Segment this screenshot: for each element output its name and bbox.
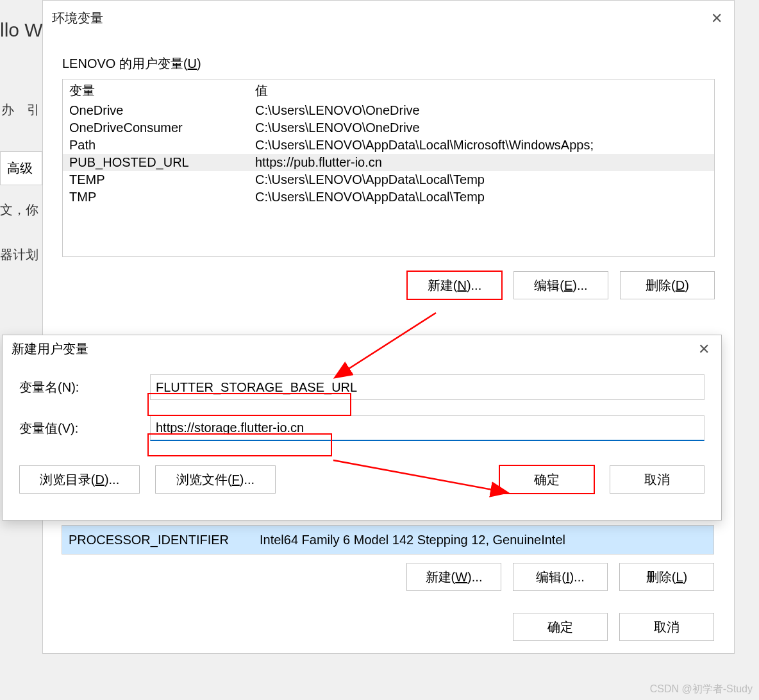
user-var-value: C:\Users\LENOVO\OneDrive: [249, 102, 714, 119]
bg-text: 引: [27, 101, 40, 119]
bg-tab: 高级: [0, 151, 42, 185]
system-var-row-selected[interactable]: PROCESSOR_IDENTIFIER Intel64 Family 6 Mo…: [62, 525, 714, 554]
user-var-name: TEMP: [63, 171, 249, 188]
delete-user-var-button[interactable]: 删除(D): [620, 271, 715, 299]
bg-text: 办: [1, 101, 14, 119]
user-vars-section-label: LENOVO 的用户变量(U): [43, 32, 734, 79]
user-var-row[interactable]: PUB_HOSTED_URLhttps://pub.flutter-io.cn: [63, 154, 714, 171]
dialog-title: 环境变量: [52, 10, 103, 27]
system-var-value: Intel64 Family 6 Model 142 Stepping 12, …: [256, 533, 713, 547]
user-var-value: C:\Users\LENOVO\OneDrive: [249, 119, 714, 137]
var-value-input[interactable]: [150, 415, 705, 441]
browse-file-button[interactable]: 浏览文件(F)...: [155, 465, 276, 494]
bg-text: llo W: [0, 19, 43, 41]
user-var-row[interactable]: TEMPC:\Users\LENOVO\AppData\Local\Temp: [63, 171, 714, 188]
list-header-value[interactable]: 值: [249, 79, 714, 102]
delete-system-var-button[interactable]: 删除(L): [619, 563, 714, 591]
browse-dir-button[interactable]: 浏览目录(D)...: [19, 465, 140, 494]
user-vars-listview[interactable]: 变量 值 OneDriveC:\Users\LENOVO\OneDriveOne…: [62, 79, 715, 257]
user-var-value: C:\Users\LENOVO\AppData\Local\Microsoft\…: [249, 137, 714, 154]
user-var-value: C:\Users\LENOVO\AppData\Local\Temp: [249, 188, 714, 206]
system-var-name: PROCESSOR_IDENTIFIER: [62, 533, 256, 547]
edit-system-var-button[interactable]: 编辑(I)...: [513, 563, 608, 591]
env-cancel-button[interactable]: 取消: [619, 613, 714, 641]
user-var-row[interactable]: TMPC:\Users\LENOVO\AppData\Local\Temp: [63, 188, 714, 206]
var-value-label: 变量值(V):: [19, 420, 150, 437]
new-var-ok-button[interactable]: 确定: [499, 465, 594, 494]
new-user-var-dialog: 新建用户变量 ✕ 变量名(N): 变量值(V): 浏览目录(D)... 浏览文件…: [2, 335, 722, 521]
user-var-name: PUB_HOSTED_URL: [63, 154, 249, 171]
var-name-label: 变量名(N):: [19, 379, 150, 396]
bg-text: 器计划: [0, 246, 38, 263]
user-var-name: OneDrive: [63, 102, 249, 119]
user-var-name: Path: [63, 137, 249, 154]
user-var-value: C:\Users\LENOVO\AppData\Local\Temp: [249, 171, 714, 188]
user-var-value: https://pub.flutter-io.cn: [249, 154, 714, 171]
new-var-cancel-button[interactable]: 取消: [610, 465, 705, 494]
user-var-name: TMP: [63, 188, 249, 206]
new-var-dialog-title: 新建用户变量: [12, 340, 88, 358]
close-icon[interactable]: ✕: [696, 341, 712, 358]
user-var-row[interactable]: PathC:\Users\LENOVO\AppData\Local\Micros…: [63, 137, 714, 154]
user-var-row[interactable]: OneDriveC:\Users\LENOVO\OneDrive: [63, 102, 714, 119]
user-var-row[interactable]: OneDriveConsumerC:\Users\LENOVO\OneDrive: [63, 119, 714, 137]
list-header-name[interactable]: 变量: [63, 79, 249, 102]
new-user-var-button[interactable]: 新建(N)...: [407, 271, 502, 299]
watermark: CSDN @初学者-Study: [650, 683, 753, 696]
env-vars-dialog: 环境变量 ✕ LENOVO 的用户变量(U) 变量 值 OneDriveC:\U…: [42, 0, 735, 654]
env-ok-button[interactable]: 确定: [513, 613, 608, 641]
edit-user-var-button[interactable]: 编辑(E)...: [513, 271, 608, 299]
var-name-input[interactable]: [150, 374, 705, 400]
close-icon[interactable]: ✕: [708, 10, 725, 27]
user-var-name: OneDriveConsumer: [63, 119, 249, 137]
bg-text: 文，你: [0, 201, 38, 219]
new-system-var-button[interactable]: 新建(W)...: [406, 563, 501, 591]
